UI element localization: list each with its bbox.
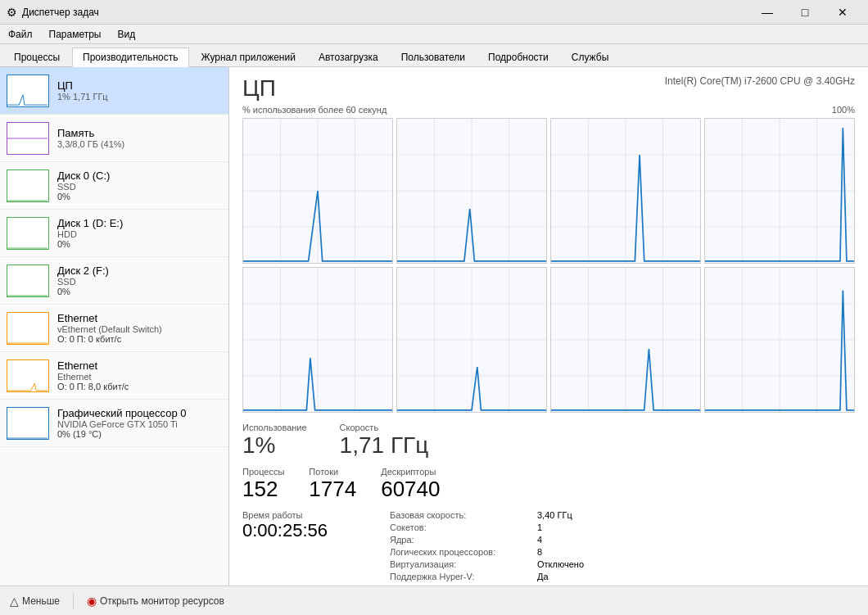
processes-block: Процессы 152 — [242, 467, 284, 502]
cpu-chart-3 — [704, 118, 855, 264]
memory-info: Память 3,3/8,0 ГБ (41%) — [57, 127, 222, 149]
stats-row: Использование 1% Скорость 1,71 ГГц — [242, 423, 855, 459]
disk2-title: Диск 2 (F:) — [57, 265, 222, 277]
disk0-sub1: SSD — [57, 182, 222, 192]
menu-params[interactable]: Параметры — [41, 25, 110, 43]
detail-base-speed: Базовая скорость: 3,40 ГГц — [390, 510, 584, 520]
descriptors-block: Дескрипторы 60740 — [381, 467, 440, 502]
up-arrow-icon: △ — [10, 595, 19, 608]
cpu-chart-2 — [550, 118, 701, 264]
chart-max: 100% — [832, 105, 855, 116]
stats-details: Базовая скорость: 3,40 ГГц Сокетов: 1 Яд… — [390, 510, 584, 586]
hyperv-val: Да — [537, 572, 549, 581]
detail-virt: Виртуализация: Отключено — [390, 559, 584, 569]
sockets-val: 1 — [537, 522, 542, 532]
disk2-sub2: 0% — [57, 287, 222, 296]
cpu-info: ЦП 1% 1,71 ГГц — [57, 79, 222, 102]
sidebar-item-eth1[interactable]: Ethernet vEthernet (Default Switch) О: 0… — [0, 305, 228, 352]
base-speed-val: 3,40 ГГц — [537, 510, 572, 520]
sidebar-item-gpu[interactable]: Графический процессор 0 NVIDIA GeForce G… — [0, 400, 228, 447]
memory-title: Память — [57, 127, 222, 139]
tab-processes[interactable]: Процессы — [3, 47, 70, 66]
cpu-chart-7 — [704, 267, 855, 413]
detail-sockets: Сокетов: 1 — [390, 522, 584, 532]
less-button[interactable]: △ Меньше — [10, 595, 60, 608]
detail-logical: Логических процессоров: 8 — [390, 547, 584, 557]
panel-subtitle: Intel(R) Core(TM) i7-2600 CPU @ 3.40GHz — [665, 75, 855, 87]
eth1-title: Ethernet — [57, 312, 222, 324]
uptime-value: 0:00:25:56 — [242, 520, 373, 541]
disk1-info: Диск 1 (D: E:) HDD 0% — [57, 217, 222, 249]
panel-header: ЦП Intel(R) Core(TM) i7-2600 CPU @ 3.40G… — [242, 75, 855, 102]
maximize-button[interactable]: □ — [786, 0, 824, 25]
memory-sub: 3,3/8,0 ГБ (41%) — [57, 139, 222, 149]
menu-view[interactable]: Вид — [109, 25, 143, 43]
base-speed-key: Базовая скорость: — [390, 510, 537, 520]
threads-block: Потоки 1774 — [309, 467, 356, 502]
disk0-sub2: 0% — [57, 192, 222, 201]
threads-value: 1774 — [309, 477, 356, 502]
l1-val: 256 КБ — [537, 584, 566, 586]
sidebar-item-eth2[interactable]: Ethernet Ethernet О: 0 П: 8,0 кбит/с — [0, 352, 228, 400]
eth1-sub2: О: 0 П: 0 кбит/с — [57, 334, 222, 344]
app-title: Диспетчер задач — [22, 7, 99, 18]
processes-label: Процессы — [242, 467, 284, 477]
sidebar-item-cpu[interactable]: ЦП 1% 1,71 ГГц — [0, 67, 228, 115]
gpu-info: Графический процессор 0 NVIDIA GeForce G… — [57, 407, 222, 439]
tab-users[interactable]: Пользователи — [391, 47, 476, 66]
stat-speed: Скорость 1,71 ГГц — [340, 423, 429, 459]
gpu-title: Графический процессор 0 — [57, 407, 222, 419]
usage-label: Использование — [242, 423, 307, 432]
detail-hyperv: Поддержка Hyper-V: Да — [390, 572, 584, 581]
disk1-sub1: HDD — [57, 229, 222, 239]
monitor-label: Открыть монитор ресурсов — [100, 595, 224, 607]
close-button[interactable]: ✕ — [824, 0, 861, 25]
menu-bar: Файл Параметры Вид — [0, 25, 868, 44]
cores-key: Ядра: — [390, 535, 537, 545]
sockets-key: Сокетов: — [390, 522, 537, 532]
tab-performance[interactable]: Производительность — [72, 47, 188, 67]
cpu-chart-4 — [242, 267, 393, 413]
eth2-title: Ethernet — [57, 360, 222, 372]
virt-val: Отключено — [537, 559, 584, 569]
disk1-title: Диск 1 (D: E:) — [57, 217, 222, 229]
virt-key: Виртуализация: — [390, 559, 537, 569]
speed-label: Скорость — [340, 423, 429, 432]
cpu-chart-5 — [396, 267, 547, 413]
cores-val: 4 — [537, 535, 542, 545]
tab-app-log[interactable]: Журнал приложений — [191, 47, 306, 66]
logical-key: Логических процессоров: — [390, 547, 537, 557]
usage-value: 1% — [242, 432, 307, 459]
app-icon: ⚙ — [7, 6, 17, 19]
main-content: ЦП 1% 1,71 ГГц Память 3,3/8,0 ГБ (41%) — [0, 67, 868, 586]
title-bar: ⚙ Диспетчер задач — □ ✕ — [0, 0, 868, 25]
hyperv-key: Поддержка Hyper-V: — [390, 572, 537, 581]
tabs-bar: Процессы Производительность Журнал прило… — [0, 44, 868, 67]
uptime-label: Время работы — [242, 510, 373, 520]
processes-value: 152 — [242, 477, 284, 502]
disk0-info: Диск 0 (C:) SSD 0% — [57, 170, 222, 201]
detail-cores: Ядра: 4 — [390, 535, 584, 545]
monitor-button[interactable]: ◉ Открыть монитор ресурсов — [87, 595, 224, 608]
gpu-sub2: 0% (19 °C) — [57, 429, 222, 439]
detail-l1: Кэш L1: 256 КБ — [390, 584, 584, 586]
tab-startup[interactable]: Автозагрузка — [308, 47, 389, 66]
less-label: Меньше — [22, 595, 60, 607]
cpu-sub: 1% 1,71 ГГц — [57, 92, 222, 102]
disk1-sub2: 0% — [57, 239, 222, 249]
eth2-sub1: Ethernet — [57, 372, 222, 382]
menu-file[interactable]: Файл — [0, 25, 41, 43]
minimize-button[interactable]: — — [748, 0, 786, 25]
sidebar-item-disk2[interactable]: Диск 2 (F:) SSD 0% — [0, 257, 228, 305]
eth2-info: Ethernet Ethernet О: 0 П: 8,0 кбит/с — [57, 360, 222, 391]
stat-usage: Использование 1% — [242, 423, 307, 459]
tab-details[interactable]: Подробности — [477, 47, 559, 66]
sidebar-item-disk0[interactable]: Диск 0 (C:) SSD 0% — [0, 162, 228, 210]
disk2-info: Диск 2 (F:) SSD 0% — [57, 265, 222, 296]
sidebar-item-disk1[interactable]: Диск 1 (D: E:) HDD 0% — [0, 210, 228, 257]
sidebar-item-memory[interactable]: Память 3,3/8,0 ГБ (41%) — [0, 115, 228, 162]
cpu-chart-0 — [242, 118, 393, 264]
details-left: Базовая скорость: 3,40 ГГц Сокетов: 1 Яд… — [390, 510, 584, 586]
tab-services[interactable]: Службы — [561, 47, 619, 66]
bottom-bar: △ Меньше ◉ Открыть монитор ресурсов — [0, 586, 868, 615]
